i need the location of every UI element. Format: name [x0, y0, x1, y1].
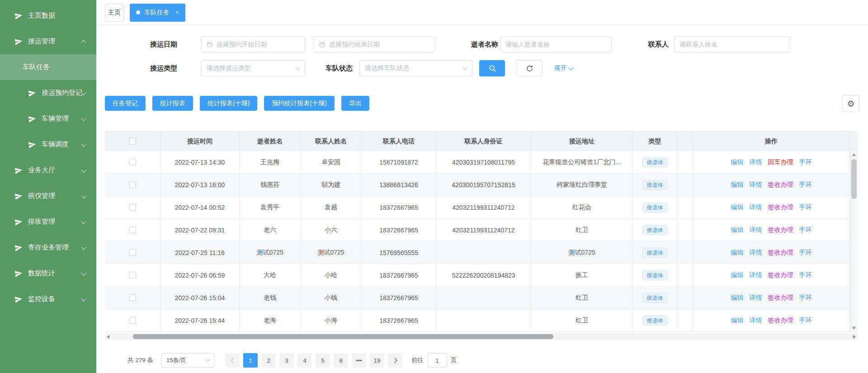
- page-button-4[interactable]: 4: [297, 353, 312, 368]
- detail-link[interactable]: 详情: [750, 226, 762, 234]
- send-icon: [14, 294, 23, 303]
- select-all-checkbox[interactable]: [129, 138, 136, 145]
- page-button-3[interactable]: 3: [279, 353, 294, 368]
- detail-link[interactable]: 详情: [750, 316, 762, 325]
- refresh-button[interactable]: [517, 60, 542, 76]
- detail-link[interactable]: 详情: [750, 181, 762, 189]
- date-start-input[interactable]: [216, 41, 300, 48]
- detail-link[interactable]: 详情: [750, 249, 762, 257]
- row-checkbox[interactable]: [129, 159, 136, 165]
- page-size-select[interactable]: 15条/页: [161, 353, 214, 368]
- edit-link[interactable]: 编辑: [731, 181, 744, 189]
- tab-home[interactable]: 主页: [105, 4, 124, 22]
- close-icon[interactable]: ×: [175, 9, 179, 16]
- cell-idcard: 420321199311240712: [436, 219, 531, 241]
- wristband-link[interactable]: 手环: [799, 271, 812, 279]
- expand-toggle[interactable]: 展开: [554, 60, 573, 76]
- export-button[interactable]: 导出: [341, 96, 369, 111]
- contact-input[interactable]: [679, 41, 784, 48]
- sign-process-link[interactable]: 签收办理: [768, 226, 793, 234]
- row-checkbox[interactable]: [129, 294, 136, 301]
- send-icon: [14, 165, 23, 175]
- sidebar-item-shift-mgmt[interactable]: 排班管理: [0, 209, 96, 235]
- scroll-up-icon[interactable]: [852, 153, 856, 156]
- wristband-link[interactable]: 手环: [799, 181, 812, 189]
- goto-page-input[interactable]: [427, 353, 447, 368]
- sign-process-link[interactable]: 签收办理: [768, 294, 793, 302]
- sidebar-item-monitor-devices[interactable]: 监控设备: [0, 286, 96, 312]
- search-button[interactable]: [479, 60, 505, 76]
- scroll-right-icon[interactable]: [853, 335, 856, 339]
- wristband-link[interactable]: 手环: [799, 203, 812, 212]
- transport-type-select[interactable]: 请选择接运类型: [201, 60, 305, 76]
- contact-field[interactable]: [674, 36, 789, 52]
- sidebar-item-funeral-mgmt[interactable]: 殡仪管理: [0, 183, 96, 209]
- prev-page-button[interactable]: [225, 353, 240, 368]
- sidebar-item-home-data[interactable]: 主页数据: [0, 3, 96, 28]
- sidebar-item-business-hall[interactable]: 业务大厅: [0, 157, 96, 183]
- stats-report-shiyan-button[interactable]: 统计报表(十堰): [200, 96, 257, 111]
- edit-link[interactable]: 编辑: [731, 271, 744, 279]
- sign-process-link[interactable]: 签收办理: [768, 203, 793, 212]
- edit-link[interactable]: 编辑: [731, 249, 744, 257]
- row-checkbox[interactable]: [129, 227, 136, 233]
- sidebar-item-transport-booking[interactable]: 接运预约登记: [0, 80, 96, 106]
- sign-process-link[interactable]: 签收办理: [768, 181, 793, 189]
- deceased-name-input[interactable]: [505, 41, 606, 48]
- column-settings-button[interactable]: ⚙: [842, 95, 859, 112]
- page-button-1[interactable]: 1: [243, 353, 258, 368]
- row-checkbox[interactable]: [129, 272, 136, 279]
- detail-link[interactable]: 详情: [750, 271, 762, 279]
- edit-link[interactable]: 编辑: [731, 226, 744, 234]
- edit-link[interactable]: 编辑: [731, 158, 744, 166]
- task-register-button[interactable]: 任务登记: [105, 96, 146, 111]
- fleet-status-select[interactable]: 请选择车队状态: [359, 60, 472, 76]
- row-checkbox[interactable]: [129, 181, 136, 188]
- page-ellipsis[interactable]: •••: [352, 353, 366, 368]
- detail-link[interactable]: 详情: [750, 203, 762, 212]
- sidebar-item-data-stats[interactable]: 数据统计: [0, 260, 96, 286]
- sidebar-item-label: 寄存业务管理: [28, 243, 69, 252]
- sidebar-item-storage-mgmt[interactable]: 寄存业务管理: [0, 235, 96, 260]
- wristband-link[interactable]: 手环: [799, 294, 812, 302]
- date-end-input[interactable]: [329, 41, 429, 48]
- cell-address: 红卫: [531, 287, 633, 309]
- scroll-down-icon[interactable]: [852, 327, 856, 330]
- page-button-6[interactable]: 6: [334, 353, 348, 368]
- sign-process-link[interactable]: 签收办理: [768, 316, 793, 325]
- tab-fleet-tasks[interactable]: 车队任务 ×: [130, 4, 185, 22]
- sign-process-link[interactable]: 签收办理: [768, 249, 793, 257]
- deceased-name-field[interactable]: [500, 36, 612, 52]
- horizontal-scrollbar[interactable]: [105, 333, 858, 340]
- edit-link[interactable]: 编辑: [731, 294, 744, 302]
- next-page-button[interactable]: [388, 353, 402, 368]
- date-start-field[interactable]: [201, 36, 305, 52]
- vertical-scrollbar[interactable]: [850, 151, 858, 332]
- return-process-link[interactable]: 回车办理: [768, 158, 793, 166]
- row-checkbox[interactable]: [129, 317, 136, 324]
- detail-link[interactable]: 详情: [750, 294, 762, 302]
- edit-link[interactable]: 编辑: [731, 316, 744, 325]
- scroll-left-icon[interactable]: [107, 335, 109, 339]
- wristband-link[interactable]: 手环: [799, 249, 812, 257]
- page-button-5[interactable]: 5: [316, 353, 330, 368]
- sidebar-item-transport-mgmt[interactable]: 接运管理: [0, 28, 96, 54]
- row-checkbox[interactable]: [129, 249, 136, 256]
- date-end-field[interactable]: [314, 36, 435, 52]
- sidebar-item-vehicle-dispatch[interactable]: 车辆调度: [0, 132, 96, 157]
- page-button-19[interactable]: 19: [370, 353, 384, 368]
- page-button-2[interactable]: 2: [261, 353, 276, 368]
- edit-link[interactable]: 编辑: [731, 203, 744, 212]
- sidebar-item-vehicle-mgmt[interactable]: 车辆管理: [0, 106, 96, 132]
- horizontal-scrollbar-thumb[interactable]: [133, 334, 553, 339]
- wristband-link[interactable]: 手环: [799, 158, 812, 166]
- detail-link[interactable]: 详情: [750, 158, 762, 166]
- stats-report-button[interactable]: 统计报表: [152, 96, 193, 111]
- vertical-scrollbar-thumb[interactable]: [851, 159, 857, 199]
- row-checkbox[interactable]: [129, 204, 136, 211]
- sign-process-link[interactable]: 签收办理: [768, 271, 793, 279]
- wristband-link[interactable]: 手环: [799, 316, 812, 325]
- sidebar-item-fleet-tasks[interactable]: 车队任务: [0, 54, 96, 80]
- booking-stats-report-shiyan-button[interactable]: 预约统计报表(十堰): [264, 96, 334, 111]
- wristband-link[interactable]: 手环: [799, 226, 812, 234]
